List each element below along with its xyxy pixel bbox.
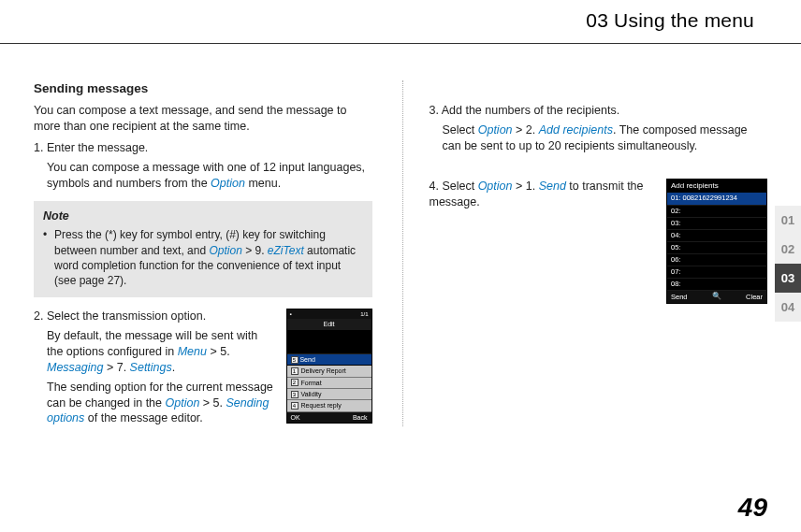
chapter-tab-01[interactable]: 01 [775,206,801,235]
step-4-row: 4. Select Option > 1. Send to transmit t… [430,179,768,305]
row-value: 00821622991234 [683,194,737,202]
menu-label: Validity [301,390,322,398]
text-fragment: You can compose a message with one of 12… [47,161,365,190]
recipient-row: 08: [667,279,766,291]
text-fragment: > 7. [103,361,129,374]
row-index: 08: [671,280,680,288]
row-index: 04: [671,231,680,239]
step-2: 2. Select the transmission option. [34,309,277,324]
menu-ref-menu: Menu [178,345,207,358]
horizontal-rule [0,43,801,44]
step-text: Add the numbers of the recipients. [442,104,619,117]
row-index: 03: [671,219,680,227]
row-index: 01: [671,194,680,202]
recipient-row: 06: [667,254,766,266]
menu-ref-option: Option [478,180,513,193]
menu-ref-option: Option [166,396,200,410]
chapter-tab-04[interactable]: 04 [775,293,801,322]
text-fragment: . [172,361,175,374]
step-2-text: 2. Select the transmission option. By de… [34,309,277,426]
phone-screenshot-edit: ▪ 1/1 Edit 5 Send 1Delivery Report 2Form… [286,309,372,424]
chapter-tabs: 01 02 03 04 [775,206,801,322]
menu-ref-option: Option [478,123,513,137]
text-fragment: > 1. [512,180,538,193]
step-number: 1. [34,141,43,154]
menu-number-box: 1 [291,367,299,375]
menu-ref-option: Option [211,177,245,190]
right-column: 3. Add the numbers of the recipients. Se… [402,80,768,426]
text-fragment: > 9. [242,244,268,257]
menu-number-box: 4 [291,402,299,410]
screen-title: Edit [287,319,371,329]
menu-item: 2Format [287,378,371,389]
screenshot-frame: ▪ 1/1 Edit 5 Send 1Delivery Report 2Form… [286,309,372,424]
manual-page: 03 Using the menu Sending messages You c… [0,0,801,532]
section-title: Sending messages [34,80,372,97]
recipient-row: 05: [667,242,766,254]
chapter-header: 03 Using the menu [34,0,767,39]
menu-label: Request reply [301,401,342,410]
softkey-right: Back [353,413,368,422]
steps-list-left: 1. Enter the message. You can compose a … [34,140,372,192]
softkey-left: OK [291,413,300,422]
menu-label: Format [301,379,322,387]
text-fragment: > 5. [207,345,230,358]
text-fragment: > 2. [513,123,539,137]
menu-ref-option: Option [209,244,241,257]
chapter-tab-03[interactable]: 03 [775,264,801,293]
softkey-right: Clear [746,293,763,302]
row-index: 07: [671,267,680,276]
status-icon: ▪ [290,310,292,318]
menu-ref-ezitext: eZiText [268,244,304,257]
menu-ref-messaging: Messaging [47,361,103,374]
softkey-left: Send [671,293,688,302]
softkey-bar: Send 🔍 Clear [667,291,766,303]
left-column: Sending messages You can compose a text … [34,80,376,426]
recipient-row: 02: [667,206,766,218]
step-detail: The sending option for the current messa… [47,380,277,427]
note-box: Note Press the (*) key for symbol entry,… [34,201,372,298]
text-fragment: > 5. [199,396,226,410]
recipient-row: 04: [667,230,766,242]
menu-number-box: 3 [291,391,299,398]
recipient-row: 03: [667,218,766,230]
step-4: 4. Select Option > 1. Send to transmit t… [430,179,658,210]
page-number: 49 [738,493,767,523]
row-index: 02: [671,207,680,215]
step-2-row: 2. Select the transmission option. By de… [34,309,372,426]
page-indicator: 1/1 [360,310,368,318]
note-title: Note [43,208,363,224]
recipient-row: 07: [667,266,766,279]
text-fragment: Select [442,180,477,193]
menu-item: 3Validity [287,389,371,400]
recipient-row: 01: 00821622991234 [667,193,766,205]
step-3: 3. Add the numbers of the recipients. Se… [430,103,768,154]
screen-title: Add recipients [667,180,766,194]
content-columns: Sending messages You can compose a text … [34,80,767,426]
menu-item: 1Delivery Report [287,366,371,377]
menu-label: Delivery Report [301,367,346,375]
screenshot-frame: Add recipients 01: 00821622991234 02: 03… [666,179,767,305]
row-index: 06: [671,255,680,264]
step-detail: You can compose a message with one of 12… [47,160,372,192]
text-fragment: of the message editor. [84,411,202,424]
menu-number-box: 2 [291,379,299,386]
search-icon: 🔍 [712,292,721,302]
chapter-tab-02[interactable]: 02 [775,235,801,264]
menu-item: 4Request reply [287,400,371,411]
intro-text: You can compose a text message, and send… [34,103,372,135]
step-1: 1. Enter the message. You can compose a … [34,140,372,192]
softkey-bar: OK Back [287,412,371,423]
step-number: 2. [34,309,43,323]
step-text: Enter the message. [47,141,148,154]
menu-label: Send [299,356,314,363]
status-bar: ▪ 1/1 [287,309,371,319]
step-text: Select the transmission option. [47,309,206,323]
row-index: 05: [671,243,680,252]
note-body: Press the (*) key for symbol entry, (#) … [43,227,363,288]
step-detail: Select Option > 2. Add recipients. The c… [443,122,768,154]
phone-screenshot-recipients: Add recipients 01: 00821622991234 02: 03… [666,179,767,305]
step-detail: By default, the message will be sent wit… [47,328,277,376]
editor-area [287,330,371,354]
menu-item-highlight: 5 Send [287,354,371,366]
